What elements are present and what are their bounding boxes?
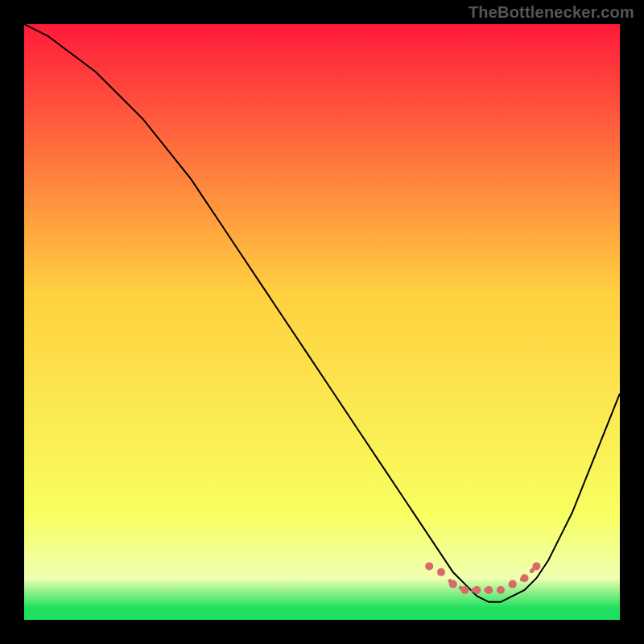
optimal-point <box>509 580 517 588</box>
chart-frame: TheBottlenecker.com <box>0 0 644 644</box>
optimal-point <box>485 586 493 594</box>
optimal-point <box>425 562 433 570</box>
optimal-point <box>437 568 445 576</box>
optimal-point <box>497 586 505 594</box>
optimal-point <box>532 562 540 570</box>
optimal-point <box>461 586 469 594</box>
watermark-text: TheBottlenecker.com <box>469 3 634 22</box>
optimal-point <box>473 586 481 594</box>
gradient-background <box>24 24 620 620</box>
optimal-point <box>449 580 457 588</box>
plot-svg <box>24 24 620 620</box>
bottleneck-plot <box>24 24 620 620</box>
optimal-point <box>521 574 529 582</box>
